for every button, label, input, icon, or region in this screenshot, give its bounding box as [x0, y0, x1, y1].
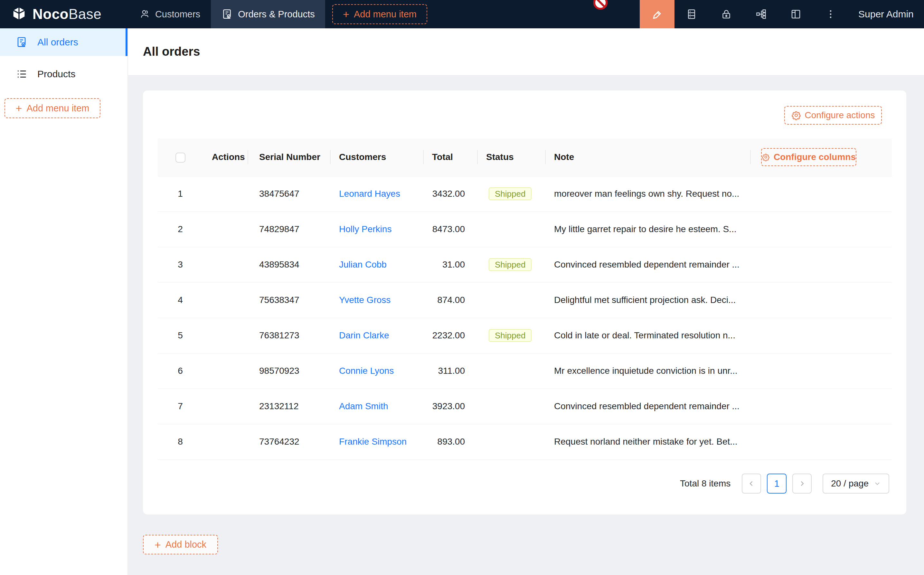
row-index: 6	[178, 366, 183, 376]
row-index: 8	[178, 437, 183, 446]
nav-item-orders-products[interactable]: Orders & Products	[211, 0, 325, 28]
table-header: Actions Serial Number Customers Total St…	[158, 138, 892, 176]
database-icon	[686, 8, 697, 20]
status-cell	[477, 353, 545, 389]
add-menu-item-button-sidebar[interactable]: + Add menu item	[5, 98, 100, 118]
status-cell	[477, 282, 545, 318]
customer-link[interactable]: Darin Clarke	[339, 330, 389, 340]
current-user-menu[interactable]: Super Admin	[858, 0, 914, 28]
empty-cell	[750, 353, 892, 389]
layout-panel-button[interactable]	[786, 0, 805, 28]
status-cell: Shipped	[477, 176, 545, 211]
sidebar-item-label: All orders	[37, 37, 78, 48]
total-cell: 3923.00	[423, 389, 477, 424]
table-row[interactable]: 8 73764232 Frankie Simpson 893.00 Reques…	[158, 424, 892, 459]
nav-item-customers[interactable]: Customers	[135, 0, 204, 28]
row-index: 3	[178, 259, 183, 270]
total-cell: 311.00	[423, 353, 477, 389]
customer-link[interactable]: Julian Cobb	[339, 259, 387, 270]
status-badge: Shipped	[489, 329, 532, 342]
active-indicator-bar	[125, 28, 127, 56]
pagination-total: Total 8 items	[680, 478, 730, 489]
actions-cell	[203, 211, 248, 247]
table-row[interactable]: 4 75638347 Yvette Gross 874.00 Delightfu…	[158, 282, 892, 318]
actions-cell	[203, 318, 248, 353]
add-menu-item-label: Add menu item	[354, 9, 417, 20]
status-badge: Shipped	[489, 258, 532, 271]
table-row[interactable]: 3 43895834 Julian Cobb 31.00 Shipped Con…	[158, 247, 892, 282]
sidebar-item-products[interactable]: Products	[0, 60, 127, 88]
configure-actions-button[interactable]: Configure actions	[784, 106, 882, 125]
next-page-button[interactable]	[792, 473, 812, 494]
add-block-button[interactable]: + Add block	[143, 535, 218, 554]
table-row[interactable]: 5 76381273 Darin Clarke 2232.00 Shipped …	[158, 318, 892, 353]
table-row[interactable]: 1 38475647 Leonard Hayes 3432.00 Shipped…	[158, 176, 892, 211]
permissions-lock-button[interactable]	[717, 0, 736, 28]
more-options-button[interactable]	[821, 0, 840, 28]
empty-cell	[750, 211, 892, 247]
status-cell: Shipped	[477, 247, 545, 282]
no-entry-cursor-icon	[593, 0, 608, 10]
lock-icon	[721, 8, 732, 20]
serial-number-cell: 74829847	[248, 211, 330, 247]
status-cell	[477, 424, 545, 459]
collections-database-button[interactable]	[682, 0, 701, 28]
table-row[interactable]: 7 23132112 Adam Smith 3923.00 Convinced …	[158, 389, 892, 424]
empty-cell	[750, 389, 892, 424]
actions-cell	[203, 389, 248, 424]
actions-cell	[203, 424, 248, 459]
column-header-note: Note	[545, 138, 750, 176]
sidebar-item-all-orders[interactable]: All orders	[0, 28, 127, 56]
person-icon	[139, 9, 150, 20]
page-size-value: 20 / page	[831, 478, 868, 489]
customer-link[interactable]: Connie Lyons	[339, 366, 394, 376]
nav-label: Orders & Products	[238, 9, 315, 20]
ui-editor-toggle-button[interactable]	[640, 0, 675, 28]
nav-label: Customers	[155, 9, 200, 20]
column-header-serial-number: Serial Number	[248, 138, 330, 176]
current-user-name: Super Admin	[858, 9, 914, 20]
serial-number-cell: 23132112	[248, 389, 330, 424]
gear-icon	[791, 110, 801, 120]
serial-number-cell: 38475647	[248, 176, 330, 211]
brand-text: NocoBase	[33, 6, 102, 22]
list-icon	[16, 68, 28, 80]
row-index: 4	[178, 295, 183, 305]
add-block-label: Add block	[165, 539, 206, 550]
vertical-ellipsis-icon	[825, 8, 837, 20]
serial-number-cell: 43895834	[248, 247, 330, 282]
previous-page-button[interactable]	[742, 473, 761, 494]
empty-cell	[750, 318, 892, 353]
note-cell: My little garret repair to desire he est…	[545, 211, 750, 247]
status-badge: Shipped	[489, 187, 532, 200]
page-number-1[interactable]: 1	[767, 473, 786, 494]
serial-number-cell: 76381273	[248, 318, 330, 353]
plus-icon: +	[16, 103, 22, 114]
serial-number-cell: 73764232	[248, 424, 330, 459]
table-row[interactable]: 6 98570923 Connie Lyons 311.00 Mr excell…	[158, 353, 892, 389]
table-row[interactable]: 2 74829847 Holly Perkins 8473.00 My litt…	[158, 211, 892, 247]
serial-number-cell: 98570923	[248, 353, 330, 389]
note-cell: Cold in late or deal. Terminated resolut…	[545, 318, 750, 353]
customer-link[interactable]: Yvette Gross	[339, 295, 391, 305]
customer-link[interactable]: Holly Perkins	[339, 224, 392, 234]
row-index: 1	[178, 189, 183, 199]
layout-icon	[790, 8, 802, 20]
add-menu-item-button-topbar[interactable]: + Add menu item	[332, 4, 427, 24]
customer-link[interactable]: Frankie Simpson	[339, 437, 406, 446]
page-size-select[interactable]: 20 / page	[822, 473, 889, 494]
customer-link[interactable]: Leonard Hayes	[339, 189, 400, 199]
workflow-sitemap-button[interactable]	[751, 0, 771, 28]
nocobase-logo[interactable]: NocoBase	[11, 0, 102, 28]
page-header: All orders	[128, 28, 924, 75]
select-all-checkbox[interactable]	[175, 152, 186, 163]
configure-columns-button[interactable]: Configure columns	[761, 148, 856, 166]
customer-link[interactable]: Adam Smith	[339, 401, 388, 411]
gear-icon	[762, 152, 770, 162]
cube-logo-icon	[11, 6, 27, 22]
empty-cell	[750, 176, 892, 211]
total-cell: 893.00	[423, 424, 477, 459]
table-body: 1 38475647 Leonard Hayes 3432.00 Shipped…	[158, 176, 892, 459]
note-cell: Convinced resembled dependent remainder …	[545, 389, 750, 424]
configure-columns-label: Configure columns	[774, 152, 856, 162]
